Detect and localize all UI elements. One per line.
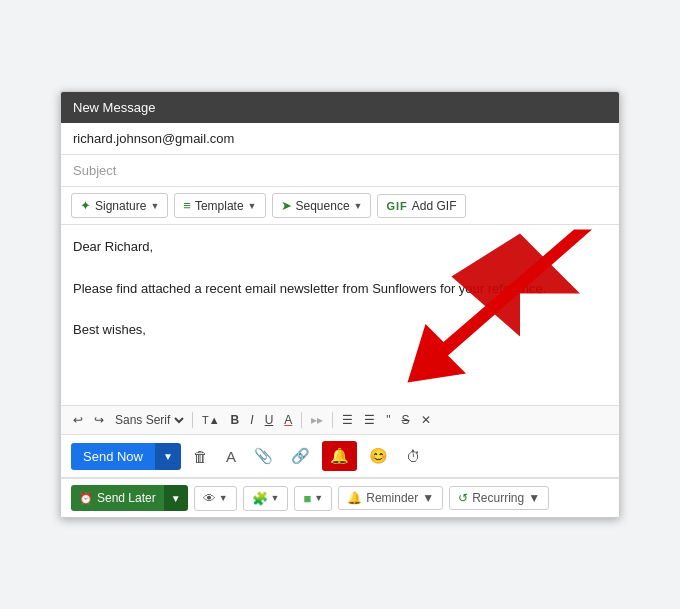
send-later-button[interactable]: ⏰ Send Later [71,485,164,511]
color-button[interactable]: ■ ▼ [294,486,332,511]
send-later-dropdown[interactable]: ▼ [164,485,188,511]
action-toolbar: Send Now ▼ 🗑 A 📎 🔗 🔔 😊 ⏱ [61,435,619,478]
signature-caret: ▼ [150,201,159,211]
compose-window: New Message richard.johnson@gmail.com Su… [60,91,620,518]
send-later-group: ⏰ Send Later ▼ [71,485,188,511]
sequence-caret: ▼ [354,201,363,211]
color-caret: ▼ [314,493,323,503]
top-toolbar: ✦ Signature ▼ ≡ Template ▼ ➤ Sequence ▼ … [61,187,619,225]
recurring-button[interactable]: ↺ Recurring ▼ [449,486,549,510]
send-now-button[interactable]: Send Now [71,443,155,470]
more-format-button[interactable]: ▸▸ [307,411,327,429]
gif-label: GIF [386,200,407,212]
apps-caret: ▼ [271,493,280,503]
recurring-label: Recurring [472,491,524,505]
sequence-button[interactable]: ➤ Sequence ▼ [272,193,372,218]
preview-button[interactable]: 👁 ▼ [194,486,237,511]
apps-button[interactable]: 🧩 ▼ [243,486,289,511]
link-button[interactable]: 🔗 [285,443,316,469]
signature-icon: ✦ [80,198,91,213]
format-toolbar: ↩ ↪ Sans Serif T▲ B I U A ▸▸ ☰ ☰ " S ✕ [61,405,619,435]
attach-button[interactable]: 📎 [248,443,279,469]
reminder-button[interactable]: 🔔 Reminder ▼ [338,486,443,510]
add-gif-label: Add GIF [412,199,457,213]
add-gif-button[interactable]: GIF Add GIF [377,194,465,218]
template-icon: ≡ [183,198,191,213]
bold-button[interactable]: B [227,411,244,429]
undo-button[interactable]: ↩ [69,411,87,429]
discard-button[interactable]: 🗑 [187,444,214,469]
send-now-group: Send Now ▼ [71,443,181,470]
separator2 [301,412,302,428]
font-select[interactable]: Sans Serif [111,412,187,428]
puzzle-icon: 🧩 [252,491,268,506]
to-value: richard.johnson@gmail.com [73,131,234,146]
text-style-button[interactable]: A [220,444,242,469]
body-line3: Best wishes, [73,320,607,341]
window-title: New Message [73,100,155,115]
template-label: Template [195,199,244,213]
template-button[interactable]: ≡ Template ▼ [174,193,265,218]
strikethrough-button[interactable]: S [398,411,414,429]
signature-button[interactable]: ✦ Signature ▼ [71,193,168,218]
recurring-icon: ↺ [458,491,468,505]
send-later-label: Send Later [97,491,156,505]
body-line1: Dear Richard, [73,237,607,258]
to-field[interactable]: richard.johnson@gmail.com [61,123,619,155]
italic-button[interactable]: I [246,411,257,429]
send-now-dropdown[interactable]: ▼ [155,443,181,470]
reminder-caret: ▼ [422,491,434,505]
quote-button[interactable]: " [382,411,394,429]
underline-button[interactable]: U [261,411,278,429]
emoji-button[interactable]: 😊 [363,443,394,469]
redo-button[interactable]: ↪ [90,411,108,429]
template-caret: ▼ [248,201,257,211]
signature-label: Signature [95,199,146,213]
font-size-button[interactable]: T▲ [198,412,224,428]
send-now-label: Send Now [83,449,143,464]
compose-header: New Message [61,92,619,123]
subject-placeholder: Subject [73,163,116,178]
clock-button[interactable]: ⏱ [400,444,427,469]
ul-button[interactable]: ☰ [360,411,379,429]
sequence-icon: ➤ [281,198,292,213]
body-area: Dear Richard, Please find attached a rec… [61,225,619,405]
body-line2: Please find attached a recent email news… [73,279,607,300]
square-icon: ■ [303,491,311,506]
ol-button[interactable]: ☰ [338,411,357,429]
sequence-label: Sequence [296,199,350,213]
reminder-bell-icon: 🔔 [347,491,362,505]
compose-body[interactable]: Dear Richard, Please find attached a rec… [61,225,619,405]
eye-caret: ▼ [219,493,228,503]
eye-icon: 👁 [203,491,216,506]
subject-field[interactable]: Subject [61,155,619,187]
separator1 [192,412,193,428]
bottom-toolbar: ⏰ Send Later ▼ 👁 ▼ 🧩 ▼ ■ ▼ 🔔 Reminder ▼ … [61,478,619,517]
separator3 [332,412,333,428]
bell-button[interactable]: 🔔 [322,441,357,471]
reminder-label: Reminder [366,491,418,505]
recurring-caret: ▼ [528,491,540,505]
clear-format-button[interactable]: ✕ [417,411,435,429]
font-color-button[interactable]: A [280,411,296,429]
